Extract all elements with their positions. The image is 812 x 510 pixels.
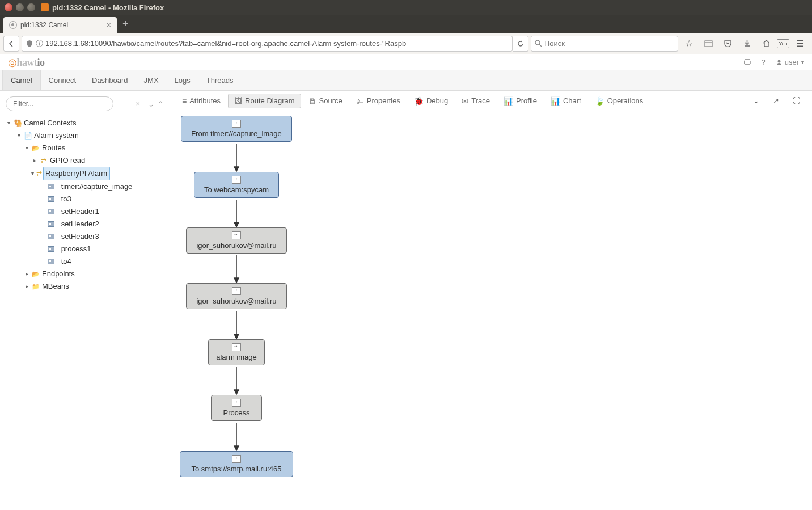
fullscreen-button[interactable]: ⛶: [786, 94, 806, 108]
tab-source[interactable]: 🗎Source: [302, 94, 349, 108]
home-button[interactable]: [758, 35, 775, 52]
window-title: pid:1332 Camel - Mozilla Firefox: [52, 3, 164, 12]
envelope-icon: ✉: [462, 96, 468, 106]
library-button[interactable]: [700, 35, 717, 52]
endpoint-icon: [232, 120, 241, 128]
filter-clear-button[interactable]: ×: [136, 99, 140, 108]
tab-operations[interactable]: 🍃Operations: [589, 94, 650, 108]
filter-input[interactable]: [6, 96, 113, 111]
tab-debug[interactable]: 🐞Debug: [408, 94, 454, 108]
tree-leaf-setheader3[interactable]: setHeader3: [6, 230, 164, 243]
reload-button[interactable]: [513, 36, 528, 52]
endpoint-icon: [232, 455, 241, 463]
downloads-button[interactable]: [738, 35, 755, 52]
window-minimize-button[interactable]: [16, 3, 24, 11]
tree-leaf-timer[interactable]: timer://capture_image: [6, 180, 164, 193]
help-icon[interactable]: ?: [761, 58, 765, 66]
tab-profile[interactable]: 📊Profile: [497, 94, 543, 108]
hamburger-menu-button[interactable]: ☰: [792, 35, 809, 52]
browser-tab-active[interactable]: pid:1332 Camel ×: [3, 17, 117, 33]
svg-marker-8: [234, 222, 239, 227]
nav-logs[interactable]: Logs: [167, 70, 198, 90]
node-to-webcam[interactable]: To webcam:spycam: [194, 172, 279, 198]
tree-endpoints[interactable]: ▸ Endpoints: [6, 268, 164, 280]
hawtio-logo: ◎hawtio: [8, 56, 45, 69]
tab-close-button[interactable]: ×: [107, 20, 111, 29]
nav-connect[interactable]: Connect: [41, 70, 84, 90]
nav-jmx[interactable]: JMX: [136, 70, 167, 90]
tree-root-camel-contexts[interactable]: ▾ 🐫 Camel Contexts: [6, 117, 164, 129]
image-icon: 🖼: [234, 96, 242, 106]
tree-mbeans[interactable]: ▸ MBeans: [6, 280, 164, 293]
nav-threads[interactable]: Threads: [198, 70, 242, 90]
search-bar[interactable]: [531, 36, 678, 52]
tree-routes[interactable]: ▾ Routes: [6, 142, 164, 154]
chevron-down-icon: ▾: [801, 59, 804, 65]
dropdown-button[interactable]: ⌄: [747, 94, 766, 108]
new-tab-button[interactable]: +: [117, 18, 134, 30]
diagram-connectors: [170, 111, 794, 510]
user-menu[interactable]: user ▾: [776, 58, 804, 66]
node-to-smtps[interactable]: To smtps://smtp.mail.ru:465: [180, 451, 293, 477]
window-maximize-button[interactable]: [27, 3, 35, 11]
tree-context-alarm-system[interactable]: ▾ 📄 Alarm system: [6, 129, 164, 142]
tab-route-diagram[interactable]: 🖼Route Diagram: [228, 94, 301, 108]
node-alarm-image[interactable]: alarm image: [208, 339, 265, 365]
hawtio-header: ◎hawtio 🖵 ? user ▾: [0, 54, 812, 70]
search-input[interactable]: [544, 39, 674, 48]
url-bar[interactable]: ⓘ: [22, 36, 513, 52]
browser-tab-strip: pid:1332 Camel × +: [0, 15, 812, 33]
external-link-icon: ↗: [773, 96, 779, 105]
content: ≡Attributes 🖼Route Diagram 🗎Source 🏷Prop…: [170, 91, 812, 510]
route-diagram[interactable]: From timer://capture_image To webcam:spy…: [170, 111, 812, 510]
tab-chart[interactable]: 📊Chart: [544, 94, 587, 108]
nav-camel[interactable]: Camel: [2, 70, 41, 90]
tree-leaf-process1[interactable]: process1: [6, 243, 164, 255]
tab-properties[interactable]: 🏷Properties: [350, 94, 407, 108]
window-close-button[interactable]: [5, 3, 12, 11]
url-input[interactable]: [45, 39, 509, 48]
reload-icon: [517, 40, 525, 48]
folder-icon: [32, 283, 40, 290]
nav-dashboard[interactable]: Dashboard: [84, 70, 136, 90]
detach-button[interactable]: ↗: [767, 94, 785, 108]
tree-leaf-setheader2[interactable]: setHeader2: [6, 218, 164, 230]
tree-leaf-to4[interactable]: to4: [6, 255, 164, 268]
tree-leaf-to3[interactable]: to3: [6, 193, 164, 205]
process-icon: [232, 399, 241, 407]
node-setheader-email2[interactable]: igor_suhorukov@mail.ru: [186, 283, 287, 309]
tab-trace[interactable]: ✉Trace: [455, 94, 496, 108]
tree-route-gpio-read[interactable]: ▸ ⇄ GPIO read: [6, 154, 164, 167]
caret-down-icon[interactable]: ▾: [29, 167, 35, 180]
tree-leaf-setheader1[interactable]: setHeader1: [6, 205, 164, 218]
svg-marker-12: [234, 334, 239, 339]
node-setheader-email1[interactable]: igor_suhorukov@mail.ru: [186, 227, 287, 254]
node-from-timer[interactable]: From timer://capture_image: [181, 116, 292, 142]
pocket-button[interactable]: [719, 35, 736, 52]
endpoint-icon: [48, 259, 54, 264]
endpoint-icon: [48, 184, 54, 189]
svg-marker-16: [234, 446, 239, 450]
leaf-icon: 🍃: [595, 96, 604, 106]
svg-marker-10: [234, 278, 239, 283]
sidebar: × ⌄ ⌃ ▾ 🐫 Camel Contexts ▾ 📄 Alarm syste…: [0, 91, 170, 510]
tree-route-raspberrypi-alarm[interactable]: RaspberryPI Alarm: [43, 167, 110, 180]
youtube-icon[interactable]: You: [777, 39, 789, 48]
tab-attributes[interactable]: ≡Attributes: [176, 94, 227, 108]
bookmark-star-button[interactable]: ☆: [680, 35, 697, 52]
hawtio-nav: Camel Connect Dashboard JMX Logs Threads: [0, 70, 812, 91]
tree-route-raspberrypi-alarm-wrap: ▾ ⇄ RaspberryPI Alarm: [6, 167, 164, 180]
main-area: × ⌄ ⌃ ▾ 🐫 Camel Contexts ▾ 📄 Alarm syste…: [0, 91, 812, 510]
bug-icon: 🐞: [414, 96, 424, 106]
back-button[interactable]: [3, 36, 19, 52]
endpoint-icon: [232, 287, 241, 295]
tab-favicon-icon: [9, 21, 17, 29]
node-process[interactable]: Process: [211, 395, 262, 421]
collapse-all-button[interactable]: ⌃: [158, 100, 164, 108]
file-icon: 🗎: [308, 96, 316, 106]
tab-title: pid:1332 Camel: [20, 21, 68, 29]
expand-all-button[interactable]: ⌄: [148, 100, 154, 108]
monitor-icon[interactable]: 🖵: [743, 58, 751, 66]
endpoint-icon: [48, 221, 54, 227]
caret-right-icon: ▸: [24, 280, 29, 293]
